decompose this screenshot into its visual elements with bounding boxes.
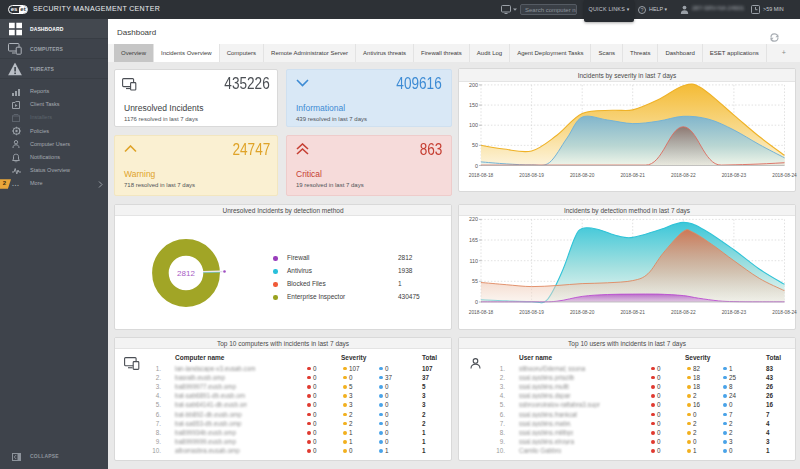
svg-text:2018-08-24: 2018-08-24 (772, 310, 797, 315)
svg-text:2018-08-21: 2018-08-21 (620, 173, 645, 178)
svg-text:2018-08-21: 2018-08-21 (620, 310, 645, 315)
svg-text:220: 220 (469, 216, 478, 222)
svg-text:2812: 2812 (177, 269, 195, 278)
svg-text:0: 0 (475, 299, 478, 305)
svg-text:2018-08-20: 2018-08-20 (570, 173, 595, 178)
svg-text:2018-08-24: 2018-08-24 (772, 173, 797, 178)
svg-text:2018-08-19: 2018-08-19 (519, 310, 544, 315)
svg-text:2018-08-23: 2018-08-23 (722, 310, 747, 315)
svg-text:2018-08-18: 2018-08-18 (469, 310, 494, 315)
svg-text:2018-08-23: 2018-08-23 (722, 173, 747, 178)
svg-text:165: 165 (469, 237, 478, 243)
svg-text:2018-08-22: 2018-08-22 (671, 310, 696, 315)
svg-text:2018-08-18: 2018-08-18 (469, 173, 494, 178)
svg-text:2018-08-20: 2018-08-20 (570, 310, 595, 315)
svg-text:110: 110 (469, 258, 478, 264)
svg-text:2018-08-19: 2018-08-19 (519, 173, 544, 178)
svg-text:0: 0 (475, 162, 478, 168)
svg-text:50: 50 (472, 142, 478, 148)
svg-text:2018-08-22: 2018-08-22 (671, 173, 696, 178)
svg-text:100: 100 (469, 122, 478, 128)
svg-text:55: 55 (472, 278, 478, 284)
svg-text:200: 200 (469, 82, 478, 88)
svg-text:150: 150 (469, 102, 478, 108)
